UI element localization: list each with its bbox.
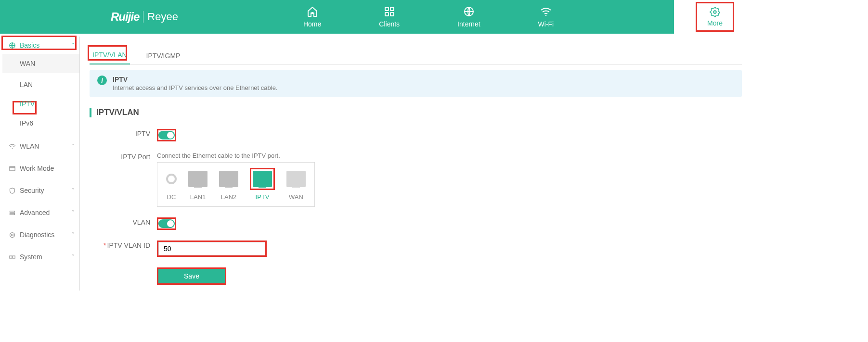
- sidebar-group-wlan[interactable]: WLAN ˅: [2, 138, 79, 155]
- svg-rect-10: [9, 166, 14, 171]
- sidebar-group-security[interactable]: Security ˅: [2, 182, 79, 199]
- vlan-toggle[interactable]: [158, 219, 175, 228]
- port-dc-label: DC: [167, 193, 176, 201]
- svg-point-14: [11, 234, 13, 236]
- top-nav: Home Clients Internet Wi-Fi: [303, 0, 554, 34]
- nav-clients-label: Clients: [379, 20, 400, 28]
- form: IPTV IPTV Port Connect the Ethernet cabl…: [90, 129, 742, 285]
- save-highlight: Save: [157, 267, 226, 285]
- gear-icon: [710, 7, 720, 17]
- sidebar-group-work-mode[interactable]: Work Mode: [2, 160, 79, 177]
- iptv-label: IPTV: [90, 129, 157, 138]
- chevron-down-icon: ˅: [72, 232, 75, 238]
- nav-internet[interactable]: Internet: [457, 6, 480, 28]
- system-icon: [8, 253, 16, 261]
- nav-home-label: Home: [303, 20, 321, 28]
- sidebar-ipv6-label: IPv6: [20, 119, 33, 127]
- wifi-icon: [540, 6, 552, 17]
- svg-rect-12: [10, 213, 14, 215]
- port-dc: DC: [166, 168, 177, 201]
- svg-rect-4: [390, 13, 394, 16]
- svg-point-7: [713, 11, 716, 13]
- row-iptv-port: IPTV Port Connect the Ethernet cable to …: [90, 152, 742, 207]
- sidebar-advanced-label: Advanced: [20, 209, 50, 216]
- port-lan2-label: LAN2: [221, 193, 237, 201]
- tab-iptv-vlan[interactable]: IPTV/VLAN: [90, 51, 130, 64]
- home-icon: [307, 6, 318, 17]
- svg-point-9: [12, 148, 13, 149]
- vlan-id-highlight: [157, 241, 267, 257]
- row-vlan-toggle: VLAN: [90, 217, 742, 230]
- iptv-toggle-highlight: [157, 129, 176, 141]
- tabs: IPTV/VLAN IPTV/IGMP: [90, 47, 742, 65]
- vlan-label: VLAN: [90, 217, 157, 226]
- svg-rect-1: [385, 7, 389, 11]
- nav-more-label: More: [707, 19, 723, 27]
- save-button[interactable]: Save: [158, 269, 225, 283]
- svg-rect-11: [10, 211, 14, 212]
- sidebar-item-iptv[interactable]: IPTV: [2, 94, 79, 114]
- chevron-down-icon: ˅: [72, 210, 75, 216]
- tab-iptv-vlan-label: IPTV/VLAN: [92, 51, 127, 59]
- port-wan[interactable]: WAN: [286, 168, 306, 201]
- sidebar-group-system[interactable]: System ˅: [2, 248, 79, 266]
- sidebar-system-label: System: [20, 253, 42, 261]
- sidebar-item-wan[interactable]: WAN: [2, 54, 79, 73]
- port-lan1[interactable]: LAN1: [188, 168, 207, 201]
- sidebar-item-lan[interactable]: LAN: [2, 75, 79, 94]
- nav-clients[interactable]: Clients: [379, 6, 400, 28]
- sidebar-workmode-label: Work Mode: [20, 165, 54, 172]
- vlan-id-label-text: IPTV VLAN ID: [107, 241, 150, 249]
- svg-rect-3: [385, 13, 389, 16]
- sidebar-basics-label: Basics: [20, 41, 39, 49]
- chevron-up-icon: ˄: [72, 42, 75, 49]
- iptv-toggle[interactable]: [158, 131, 175, 139]
- main-content: IPTV/VLAN IPTV/IGMP i IPTV Internet acce…: [90, 47, 742, 295]
- wifi-small-icon: [8, 142, 16, 150]
- nav-wifi[interactable]: Wi-Fi: [538, 6, 554, 28]
- svg-point-6: [545, 15, 547, 16]
- ethernet-jack-icon: [219, 171, 238, 187]
- section-title: IPTV/VLAN: [90, 108, 742, 117]
- port-iptv[interactable]: IPTV: [250, 168, 275, 201]
- info-title: IPTV: [113, 76, 278, 83]
- chevron-down-icon: ˅: [72, 254, 75, 260]
- row-save: Save: [90, 267, 742, 285]
- info-banner: i IPTV Internet access and IPTV services…: [90, 70, 742, 97]
- save-button-label: Save: [184, 272, 199, 280]
- globe-small-icon: [8, 41, 16, 49]
- nav-home[interactable]: Home: [303, 6, 321, 28]
- sidebar-wan-label: WAN: [20, 60, 35, 67]
- sidebar-iptv-label: IPTV: [20, 100, 35, 108]
- row-iptv-toggle: IPTV: [90, 129, 742, 141]
- nav-more[interactable]: More: [707, 7, 723, 27]
- vlan-id-label: *IPTV VLAN ID: [90, 241, 157, 249]
- advanced-icon: [8, 209, 16, 216]
- info-desc: Internet access and IPTV services over o…: [113, 84, 278, 91]
- sidebar-group-basics[interactable]: Basics ˄: [2, 37, 79, 54]
- port-label: IPTV Port: [90, 152, 157, 161]
- vlan-id-input[interactable]: [158, 242, 265, 255]
- sidebar-group-diagnostics[interactable]: Diagnostics ˅: [2, 226, 79, 243]
- toggle-knob: [167, 132, 174, 139]
- toggle-knob: [167, 220, 174, 227]
- svg-rect-16: [13, 256, 15, 258]
- port-selector: DC LAN1 LAN2 IPTV: [157, 162, 315, 207]
- svg-rect-15: [9, 256, 12, 258]
- tab-iptv-igmp[interactable]: IPTV/IGMP: [143, 52, 183, 64]
- port-iptv-highlight: [250, 168, 275, 190]
- svg-rect-2: [390, 7, 394, 11]
- logo-divider: [143, 11, 143, 23]
- vlan-toggle-highlight: [157, 217, 176, 230]
- top-header: Ruijie Reyee Home Clients Internet Wi-Fi: [0, 0, 674, 34]
- port-lan2[interactable]: LAN2: [219, 168, 238, 201]
- ethernet-jack-icon: [286, 171, 306, 187]
- sidebar-lan-label: LAN: [20, 81, 33, 89]
- svg-rect-0: [311, 12, 313, 14]
- sidebar: Basics ˄ WAN LAN IPTV IPv6 WLAN ˅ Work M…: [2, 37, 80, 291]
- shield-icon: [8, 187, 16, 194]
- logo: Ruijie Reyee: [111, 10, 178, 24]
- sidebar-group-advanced[interactable]: Advanced ˅: [2, 204, 79, 221]
- sidebar-item-ipv6[interactable]: IPv6: [2, 114, 79, 133]
- port-wan-label: WAN: [289, 193, 303, 201]
